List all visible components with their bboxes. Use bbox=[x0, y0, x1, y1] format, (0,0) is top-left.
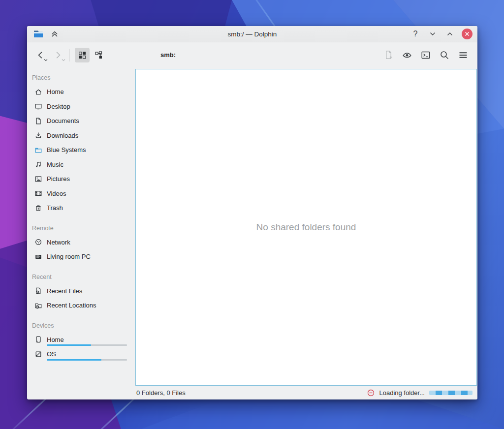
statusbar: 0 Folders, 0 Files Loading folder... bbox=[27, 386, 477, 399]
loading-progress-bar bbox=[429, 391, 472, 395]
details-view-button[interactable] bbox=[92, 48, 106, 62]
search-icon bbox=[440, 50, 449, 60]
menu-button[interactable] bbox=[458, 50, 469, 61]
section-header-devices[interactable]: Devices bbox=[27, 322, 132, 330]
minimize-button[interactable] bbox=[427, 29, 438, 39]
sidebar-item-blue-systems[interactable]: Blue Systems bbox=[27, 143, 132, 157]
details-view-icon bbox=[95, 51, 103, 59]
sidebar-item-label: Recent Locations bbox=[47, 302, 96, 309]
close-button[interactable] bbox=[462, 29, 472, 39]
section-header-places[interactable]: Places bbox=[27, 74, 132, 82]
terminal-icon bbox=[421, 50, 431, 60]
sidebar-item-label: Trash bbox=[47, 204, 63, 212]
sidebar-item-pictures[interactable]: Pictures bbox=[27, 172, 132, 186]
sidebar-item-label: Recent Files bbox=[47, 287, 82, 295]
places-panel: Places Home Desktop bbox=[27, 67, 132, 386]
sidebar-item-label: Blue Systems bbox=[47, 146, 86, 153]
disk-usage-bar bbox=[47, 344, 127, 346]
sidebar-item-recent-files[interactable]: Recent Files bbox=[27, 284, 132, 299]
stop-loading-button[interactable] bbox=[367, 389, 375, 397]
hard-disk-icon bbox=[34, 336, 42, 343]
os-disk-icon bbox=[34, 350, 42, 358]
sidebar-item-network[interactable]: Network bbox=[27, 235, 132, 250]
sidebar-item-label: Music bbox=[47, 161, 63, 168]
network-icon bbox=[34, 238, 42, 246]
server-icon bbox=[34, 253, 42, 261]
trash-icon bbox=[34, 204, 42, 212]
sidebar-item-living-room-pc[interactable]: Living room PC bbox=[27, 249, 132, 264]
pictures-icon bbox=[34, 175, 42, 183]
sidebar-item-label: Documents bbox=[47, 117, 79, 124]
recent-files-icon bbox=[34, 287, 42, 295]
dolphin-window: smb:/ — Dolphin ? bbox=[27, 26, 477, 399]
titlebar[interactable]: smb:/ — Dolphin ? bbox=[27, 26, 477, 42]
desktop-icon bbox=[34, 102, 42, 110]
videos-icon bbox=[34, 189, 42, 197]
sidebar-item-label: OS bbox=[47, 350, 56, 358]
sidebar-item-device-os[interactable]: OS bbox=[27, 347, 132, 362]
section-header-recent[interactable]: Recent bbox=[27, 273, 132, 281]
sidebar-item-downloads[interactable]: Downloads bbox=[27, 128, 132, 143]
forward-button[interactable] bbox=[52, 48, 64, 62]
forward-dropdown-icon bbox=[62, 59, 65, 61]
sidebar-item-label: Desktop bbox=[47, 103, 70, 110]
sidebar-item-music[interactable]: Music bbox=[27, 157, 132, 172]
disk-usage-fill bbox=[47, 359, 101, 361]
hamburger-menu-icon bbox=[458, 50, 468, 60]
folder-view[interactable]: No shared folders found bbox=[135, 69, 477, 386]
search-button[interactable] bbox=[439, 50, 450, 61]
dolphin-app-icon[interactable] bbox=[33, 29, 44, 39]
sidebar-item-recent-locations[interactable]: Recent Locations bbox=[27, 298, 132, 313]
preview-button[interactable] bbox=[402, 50, 412, 61]
main-toolbar: smb: bbox=[27, 42, 477, 67]
maximize-button[interactable] bbox=[444, 29, 455, 39]
sidebar-item-label: Living room PC bbox=[47, 253, 91, 260]
download-icon bbox=[34, 131, 42, 139]
sidebar-item-documents[interactable]: Documents bbox=[27, 114, 132, 128]
back-dropdown-icon bbox=[44, 59, 48, 61]
sidebar-item-label: Pictures bbox=[47, 175, 70, 183]
empty-folder-message: No shared folders found bbox=[256, 222, 356, 233]
music-icon bbox=[34, 160, 42, 168]
new-file-button[interactable] bbox=[383, 50, 394, 61]
blue-folder-icon bbox=[34, 146, 42, 154]
keep-above-icon[interactable] bbox=[49, 29, 60, 39]
close-icon bbox=[464, 31, 470, 37]
sidebar-item-home[interactable]: Home bbox=[27, 85, 132, 99]
toolbar-separator bbox=[69, 49, 70, 61]
items-count-label: 0 Folders, 0 Files bbox=[136, 389, 186, 397]
sidebar-item-label: Videos bbox=[47, 190, 66, 197]
sidebar-item-label: Home bbox=[47, 336, 64, 343]
icons-view-icon bbox=[78, 51, 86, 59]
icons-view-button[interactable] bbox=[75, 48, 90, 62]
preview-eye-icon bbox=[402, 50, 412, 60]
desktop-wallpaper: smb:/ — Dolphin ? bbox=[0, 0, 504, 429]
stop-icon bbox=[367, 389, 375, 397]
new-file-icon bbox=[384, 50, 393, 60]
disk-usage-fill bbox=[47, 344, 91, 346]
loading-status-label: Loading folder... bbox=[379, 389, 425, 397]
section-header-remote[interactable]: Remote bbox=[27, 224, 132, 232]
location-breadcrumb[interactable]: smb: bbox=[160, 51, 176, 59]
sidebar-item-label: Network bbox=[47, 239, 70, 246]
sidebar-item-trash[interactable]: Trash bbox=[27, 201, 132, 215]
sidebar-item-device-home[interactable]: Home bbox=[27, 333, 132, 347]
sidebar-item-desktop[interactable]: Desktop bbox=[27, 99, 132, 114]
document-icon bbox=[34, 117, 42, 125]
help-button[interactable]: ? bbox=[410, 29, 421, 39]
home-icon bbox=[34, 88, 42, 96]
sidebar-item-label: Home bbox=[47, 88, 64, 95]
sidebar-item-label: Downloads bbox=[47, 132, 78, 139]
terminal-button[interactable] bbox=[420, 50, 431, 61]
sidebar-item-videos[interactable]: Videos bbox=[27, 186, 132, 201]
disk-usage-bar bbox=[47, 359, 127, 361]
back-button[interactable] bbox=[34, 48, 47, 62]
recent-locations-icon bbox=[34, 302, 42, 309]
